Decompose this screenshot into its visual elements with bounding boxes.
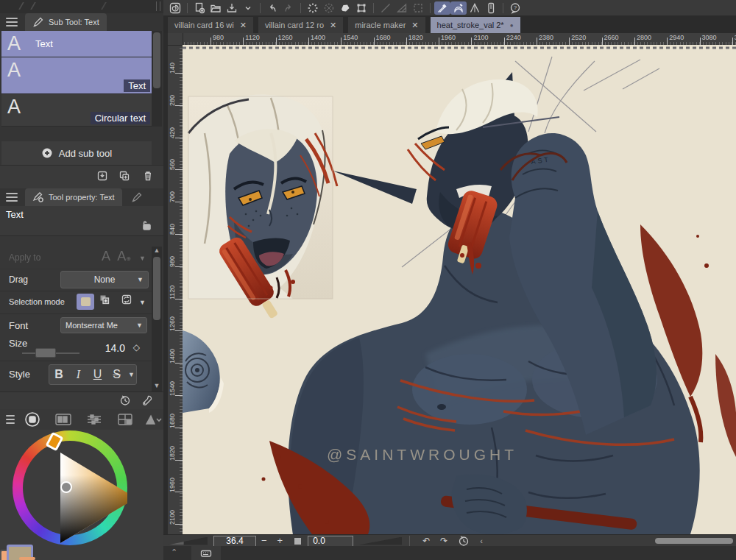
size-label: Size (9, 338, 27, 349)
document-tabbar: villain card 16 wi✕villain card 12 ro✕mi… (163, 15, 736, 33)
color-set-tab-icon[interactable] (54, 412, 72, 427)
hue-cursor[interactable] (47, 433, 63, 450)
inset-reference-image (188, 95, 337, 324)
apply-text-a-plus-icon[interactable]: A⊕ (117, 249, 131, 264)
selection-mode-chevron-icon[interactable]: ▼ (139, 299, 146, 306)
property-scrollbar[interactable]: ▲ ▼ (152, 247, 162, 392)
drag-dropdown[interactable]: None ▼ (60, 271, 149, 288)
collapse-left-icon[interactable]: ‹ (480, 536, 483, 546)
delete-subtool-icon[interactable] (140, 169, 156, 182)
fit-screen-button[interactable] (294, 538, 301, 545)
tool-property-menu-icon[interactable] (6, 193, 18, 202)
font-dropdown[interactable]: Montserrat Me ▼ (60, 317, 147, 333)
style-bold-button[interactable]: B (51, 368, 67, 381)
save-chevron-icon[interactable] (240, 1, 256, 15)
busy-spinner-icon[interactable] (305, 1, 321, 15)
size-slider-handle[interactable] (35, 348, 56, 358)
selection-mode-label: Selection mode (9, 297, 65, 306)
zoom-slider[interactable] (168, 537, 208, 545)
color-wheel-tab-icon[interactable] (24, 411, 41, 428)
snap-curve-icon[interactable] (450, 1, 467, 15)
subtool-scroll-thumb[interactable] (153, 32, 160, 88)
transform-frame-icon[interactable] (353, 1, 369, 15)
scroll-down-icon[interactable]: ▼ (152, 382, 161, 391)
gradient-tab-icon[interactable] (144, 412, 163, 427)
canvas[interactable]: AST @SAINTWROUGHT (183, 45, 736, 534)
size-value: 14.0 (105, 342, 125, 354)
zoom-out-button[interactable]: − (261, 536, 267, 546)
scroll-up-icon[interactable]: ▲ (152, 247, 161, 255)
tab-close-icon[interactable]: ✕ (411, 21, 418, 30)
zoom-in-button[interactable]: + (277, 536, 283, 546)
tab-close-icon[interactable]: ✕ (240, 21, 247, 30)
style-label: Style (9, 369, 30, 380)
style-underline-button[interactable]: U (90, 368, 106, 381)
reset-default-icon[interactable] (119, 394, 131, 406)
zoom-value[interactable]: 36.4 (213, 536, 256, 547)
subtool-menu-icon[interactable] (6, 18, 18, 26)
subtool-item-text[interactable]: AText (1, 57, 152, 94)
document-tab-1[interactable]: villain card 16 wi✕ (168, 17, 253, 33)
rotation-slider[interactable] (359, 537, 402, 545)
redo-icon[interactable] (280, 1, 297, 15)
subtool-scrollbar[interactable] (152, 31, 162, 127)
snap-special-icon[interactable] (467, 1, 483, 15)
color-grid-tab-icon[interactable] (116, 412, 134, 427)
rotate-right-icon[interactable]: ↷ (440, 536, 447, 546)
document-tab-4[interactable]: heat_stroke_val 2*● (431, 17, 520, 33)
open-file-icon[interactable] (208, 1, 224, 15)
select-new-icon[interactable] (77, 294, 94, 310)
sv-triangle[interactable] (13, 430, 127, 545)
add-subtool-button[interactable]: Add sub tool (1, 141, 152, 165)
sv-cursor[interactable] (61, 482, 71, 492)
color-slider-tab-icon[interactable] (85, 412, 103, 427)
document-tab-2[interactable]: villain card 12 ro✕ (258, 17, 343, 33)
rotate-left-icon[interactable]: ↶ (422, 536, 430, 546)
style-strike-button[interactable]: S (109, 368, 125, 381)
h-scrollbar-thumb[interactable] (655, 538, 733, 544)
tool-property-tab[interactable]: Tool property: Text (25, 188, 122, 206)
snap-ruler-icon[interactable] (434, 1, 450, 15)
style-chevron-icon[interactable]: ▼ (128, 371, 135, 378)
material-drawer-tab[interactable] (191, 546, 221, 560)
rotation-value[interactable]: 0.0 (308, 536, 353, 547)
wrench-icon[interactable] (141, 394, 153, 406)
font-value: Montserrat Me (66, 321, 118, 330)
style-italic-button[interactable]: I (70, 368, 86, 381)
lock-open-icon[interactable] (140, 219, 153, 231)
ruler-tick (439, 38, 439, 45)
import-subtool-icon[interactable] (94, 169, 110, 182)
text-tool-icon: A (7, 32, 21, 55)
tablet-device-icon[interactable] (483, 1, 499, 15)
duplicate-subtool-icon[interactable] (116, 169, 132, 182)
new-canvas-icon[interactable] (191, 1, 208, 15)
select-add-icon[interactable] (99, 294, 110, 305)
size-spinner[interactable]: ◇ (133, 342, 140, 352)
subtool-panel-tab[interactable]: Sub Tool: Text (25, 13, 107, 31)
size-slider-track[interactable] (22, 352, 79, 354)
deselect-icon[interactable] (321, 1, 337, 15)
line-ruler-icon[interactable] (378, 1, 394, 15)
apply-text-a-icon[interactable]: A (102, 249, 110, 264)
save-export-icon[interactable] (224, 1, 240, 15)
document-tab-3[interactable]: miracle maker✕ (348, 17, 425, 33)
apply-to-chevron-icon[interactable]: ▼ (139, 255, 146, 262)
color-wheel-area (0, 430, 163, 560)
reset-view-icon[interactable] (458, 535, 470, 547)
property-scroll-thumb[interactable] (153, 257, 160, 320)
ruler-label: 2520 (571, 34, 586, 41)
ruler-label: 1680 (169, 414, 176, 428)
figure-ruler-icon[interactable] (394, 1, 410, 15)
subtool-footer (0, 165, 163, 188)
tab-close-icon[interactable]: ✕ (330, 21, 336, 30)
help-icon[interactable]: ? (507, 1, 523, 15)
subtool-item-circular-text[interactable]: ACircular text (1, 94, 152, 127)
color-panel-menu-icon[interactable] (6, 415, 15, 424)
frame-ruler-icon[interactable] (410, 1, 426, 15)
select-swap-icon[interactable] (121, 294, 132, 305)
subtool-item-text[interactable]: AText (1, 31, 152, 57)
csp-logo-icon[interactable] (167, 1, 183, 15)
expand-panel-icon[interactable]: ⌃ (171, 547, 177, 557)
lasso-icon[interactable] (337, 1, 353, 15)
undo-icon[interactable] (264, 1, 280, 15)
